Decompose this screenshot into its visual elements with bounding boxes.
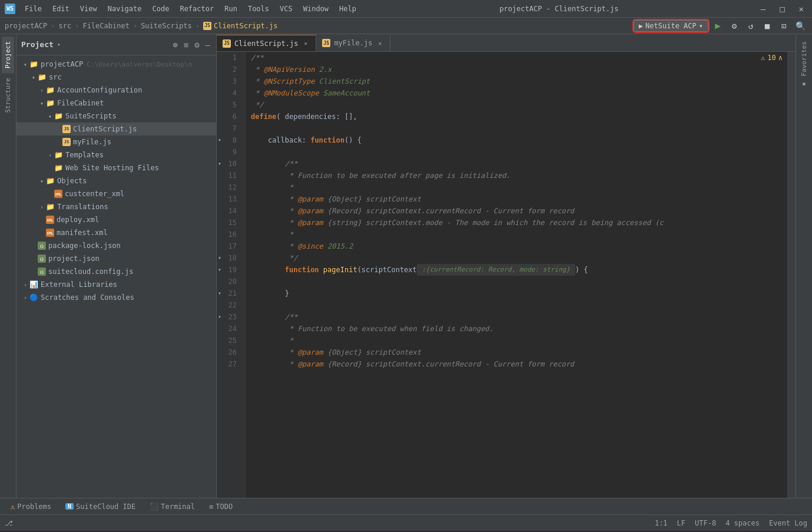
tree-item-objects[interactable]: ▾ 📁 Objects <box>16 174 216 187</box>
tab-close-clientscript[interactable]: ✕ <box>301 39 310 48</box>
fold-button-18[interactable]: ▾ <box>218 252 221 264</box>
tree-label-projectacp: projectACP <box>41 60 83 68</box>
tree-item-projectacp[interactable]: ▾ 📁 projectACP C:\Users\aolveros\Desktop… <box>16 58 216 71</box>
token-func-name: pageInit <box>323 264 357 276</box>
warning-icon: ⚠ <box>761 54 765 62</box>
tree-item-clientscript[interactable]: JS ClientScript.js <box>16 123 216 136</box>
run-config-selector[interactable]: ▶ NetSuite ACP ▾ <box>634 20 708 32</box>
tree-item-myfile[interactable]: JS myFile.js <box>16 136 216 148</box>
tab-terminal[interactable]: ⬛ Terminal <box>144 500 201 513</box>
menu-help[interactable]: Help <box>334 4 361 14</box>
tree-minimize-button[interactable]: — <box>204 39 211 51</box>
tree-settings-button[interactable]: ⚙ <box>193 39 200 51</box>
build-button[interactable]: ⚙ <box>727 19 741 33</box>
tree-header: Project ▾ ⊕ ≡ ⚙ — <box>16 34 216 55</box>
tab-close-myfile[interactable]: ✕ <box>376 39 384 47</box>
fold-button-19[interactable]: ▾ <box>218 264 221 276</box>
line-ending[interactable]: LF <box>677 519 685 527</box>
menu-window[interactable]: Window <box>299 4 333 14</box>
tree-item-src[interactable]: ▾ 📁 src <box>16 71 216 84</box>
menu-vcs[interactable]: VCS <box>275 4 297 14</box>
code-line-12: * <box>251 181 783 193</box>
token-comment: * <box>251 240 297 252</box>
tree-item-suitescripts[interactable]: ▾ 📁 SuiteScripts <box>16 110 216 123</box>
event-log[interactable]: Event Log <box>769 519 807 527</box>
tab-problems[interactable]: ⚠ Problems <box>5 500 57 513</box>
tree-item-templates[interactable]: › 📁 Templates <box>16 148 216 161</box>
menu-tools[interactable]: Tools <box>243 4 274 14</box>
line-number-21: ▾21 <box>217 288 241 299</box>
line-number-25: 25 <box>217 335 241 346</box>
favorites-label[interactable]: Favorites <box>800 41 808 77</box>
tree-item-manifest[interactable]: XML manifest.xml <box>16 226 216 239</box>
rerun-button[interactable]: ↺ <box>744 19 758 33</box>
breadcrumb-project[interactable]: projectACP <box>5 22 47 30</box>
json-icon-packagelock: {} <box>38 242 46 250</box>
token-comment: {Record} scriptContext.currentRecord - C… <box>323 205 574 217</box>
close-button[interactable]: ✕ <box>796 3 807 15</box>
cursor-position[interactable]: 1:1 <box>655 519 668 527</box>
code-line-13: * @param {Object} scriptContext <box>251 193 783 205</box>
fold-button-21[interactable]: ▾ <box>218 288 221 299</box>
tab-suitecloud[interactable]: N SuiteCloud IDE <box>59 500 141 513</box>
code-content[interactable]: /** * @NApiVersion 2.x * @NScriptType Cl… <box>246 52 787 498</box>
js-file-icon: JS <box>203 22 211 30</box>
project-dropdown-icon[interactable]: ▾ <box>57 41 61 48</box>
fold-button-10[interactable]: ▾ <box>218 158 221 170</box>
warning-expand-icon[interactable]: ∧ <box>778 54 783 62</box>
locate-file-button[interactable]: ⊕ <box>171 39 178 51</box>
sidebar-tab-project[interactable]: Project <box>2 37 14 73</box>
menu-file[interactable]: File <box>20 4 47 14</box>
breadcrumb-filecabinet[interactable]: FileCabinet <box>82 22 129 30</box>
tree-item-extlibs[interactable]: › 📊 External Libraries <box>16 278 216 291</box>
collapse-all-button[interactable]: ≡ <box>183 39 190 51</box>
indent[interactable]: 4 spaces <box>725 519 760 527</box>
menu-edit[interactable]: Edit <box>48 4 74 14</box>
line-number-14: 14 <box>217 205 241 217</box>
line-number-22: 22 <box>217 299 241 311</box>
tab-myfile[interactable]: JS myFile.js ✕ <box>316 35 390 51</box>
tree-arrow-suitescripts: ▾ <box>46 113 54 120</box>
encoding[interactable]: UTF-8 <box>695 519 716 527</box>
tree-arrow-src: ▾ <box>29 74 38 81</box>
tree-item-packagelock[interactable]: {} package-lock.json <box>16 239 216 252</box>
maximize-button[interactable]: □ <box>776 3 788 15</box>
token-comment: * <box>251 87 264 99</box>
fold-button-8[interactable]: ▾ <box>218 134 221 146</box>
line-number-23: ▾23 <box>217 311 241 323</box>
minimize-button[interactable]: — <box>757 3 769 15</box>
menu-code[interactable]: Code <box>148 4 174 14</box>
run-button[interactable]: ▶ <box>711 19 725 33</box>
tab-todo[interactable]: ≡ TODO <box>203 500 238 513</box>
tree-item-custcenter[interactable]: XML custcenter_xml <box>16 187 216 200</box>
menu-run[interactable]: Run <box>220 4 242 14</box>
breadcrumb-suitescripts[interactable]: SuiteScripts <box>141 22 192 30</box>
bottom-tabs-bar: ⚠ Problems N SuiteCloud IDE ⬛ Terminal ≡… <box>0 498 812 514</box>
breadcrumb-filename: ClientScript.js <box>214 22 277 30</box>
stop-button[interactable]: ■ <box>760 19 774 33</box>
tree-item-translations[interactable]: › 📁 Translations <box>16 200 216 213</box>
fold-button-23[interactable]: ▾ <box>218 311 221 323</box>
tree-item-scratches[interactable]: › 🔵 Scratches and Consoles <box>16 291 216 304</box>
tab-clientscript[interactable]: JS ClientScript.js ✕ <box>217 35 316 51</box>
tree-item-projectjson[interactable]: {} project.json <box>16 252 216 265</box>
breadcrumb-src[interactable]: src <box>58 22 71 30</box>
tree-item-accountconfiguration[interactable]: › 📁 AccountConfiguration <box>16 84 216 97</box>
token-comment: /** <box>285 311 298 323</box>
menu-view[interactable]: View <box>75 4 102 14</box>
tree-item-websitehosting[interactable]: 📁 Web Site Hosting Files <box>16 161 216 174</box>
menu-navigate[interactable]: Navigate <box>103 4 147 14</box>
search-everywhere-button[interactable]: 🔍 <box>793 19 807 33</box>
token-param-tag: @param <box>297 346 323 358</box>
tree-item-suitecloud[interactable]: {} suitecloud.config.js <box>16 265 216 278</box>
tree-item-deploy[interactable]: XML deploy.xml <box>16 213 216 226</box>
tree-item-filecabinet[interactable]: ▾ 📁 FileCabinet <box>16 97 216 110</box>
scratches-icon: 🔵 <box>29 293 38 302</box>
layout-button[interactable]: ⊡ <box>777 19 791 33</box>
sidebar-tab-structure[interactable]: Structure <box>2 73 14 118</box>
tree-label-objects: Objects <box>57 177 87 185</box>
menu-refactor[interactable]: Refactor <box>175 4 218 14</box>
token-comment: {Object} scriptContext <box>323 193 421 205</box>
code-line-27: * @param {Record} scriptContext.currentR… <box>251 358 783 370</box>
favorites-star-icon[interactable]: ★ <box>798 77 811 90</box>
